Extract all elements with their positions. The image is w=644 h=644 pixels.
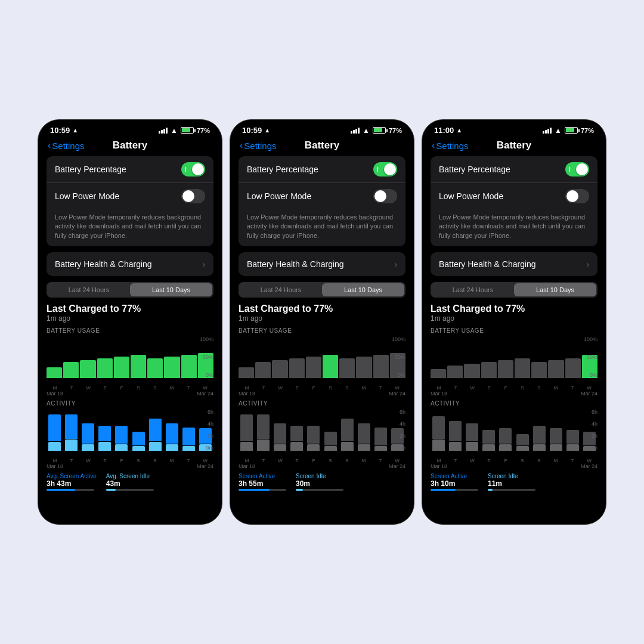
segment-10d[interactable]: Last 10 Days	[514, 283, 596, 296]
active-bar-7	[550, 428, 562, 444]
battery-chart-label: BATTERY USAGE	[239, 327, 405, 334]
signal-bar-4	[358, 128, 360, 134]
battery-bar-7	[164, 357, 179, 378]
battery-bar-6	[339, 358, 355, 378]
toggle-knob	[576, 163, 588, 175]
legend-bar-track-active	[239, 489, 286, 491]
act-x-7: M	[547, 458, 564, 463]
location-icon: ▲	[264, 127, 270, 134]
low-power-toggle[interactable]	[565, 189, 589, 203]
signal-bar-3	[355, 129, 357, 134]
chevron-left-icon: ‹	[432, 140, 435, 151]
back-label[interactable]: Settings	[52, 141, 84, 151]
segment-24h[interactable]: Last 24 Hours	[432, 283, 514, 296]
battery-percentage-toggle[interactable]: I	[373, 162, 397, 177]
segment-control[interactable]: Last 24 Hours Last 10 Days	[431, 282, 597, 298]
battery-fill	[374, 128, 382, 132]
phone-2: 10:59 ▲ ▲ 77% ‹ Settings Battery Battery…	[230, 119, 414, 525]
low-power-row[interactable]: Low Power Mode	[47, 183, 213, 209]
legend-bar-fill-idle	[106, 489, 116, 491]
segment-control[interactable]: Last 24 Hours Last 10 Days	[47, 282, 213, 298]
battery-percentage-row[interactable]: Battery Percentage I	[431, 156, 597, 183]
segment-10d[interactable]: Last 10 Days	[322, 283, 404, 296]
act-x-3: T	[481, 458, 497, 463]
battery-bar-5	[323, 355, 338, 378]
page-title: Battery	[305, 140, 340, 151]
back-button[interactable]: ‹ Settings	[240, 140, 277, 151]
chevron-left-icon: ‹	[48, 140, 51, 151]
act-y-4h: 4h	[398, 421, 405, 427]
charge-title: Last Charged to 77%	[431, 304, 597, 314]
y-50: 50%	[200, 354, 213, 360]
activity-bar-group-4	[498, 428, 513, 451]
battery-percentage-label: Battery Percentage	[55, 165, 126, 174]
battery-bar-5	[131, 355, 146, 378]
active-bar-2	[82, 423, 94, 444]
low-power-row[interactable]: Low Power Mode	[431, 183, 597, 209]
signal-bar-2	[353, 130, 355, 134]
battery-health-row[interactable]: Battery Health & Charging ›	[239, 252, 405, 276]
legend-value-active: 3h 10m	[431, 479, 478, 488]
segment-control[interactable]: Last 24 Hours Last 10 Days	[239, 282, 405, 298]
segment-24h[interactable]: Last 24 Hours	[240, 283, 322, 296]
y-100: 100%	[200, 336, 213, 342]
active-bar-8	[374, 428, 387, 445]
idle-bar-7	[358, 444, 370, 451]
legend-bar-track-active	[47, 489, 94, 491]
legend-bar-track-idle	[296, 489, 343, 491]
segment-10d[interactable]: Last 10 Days	[130, 283, 212, 296]
x-day-1: T	[255, 385, 272, 391]
activity-legend: Avg. Screen Active 3h 43m Avg. Screen Id…	[47, 473, 213, 491]
charge-info: Last Charged to 77% 1m ago	[431, 304, 597, 323]
back-button[interactable]: ‹ Settings	[48, 140, 85, 151]
active-bar-3	[290, 426, 303, 441]
act-x-1: T	[63, 458, 80, 463]
legend-value-idle: 43m	[106, 479, 154, 488]
x-day-3: T	[481, 385, 497, 391]
back-label[interactable]: Settings	[436, 141, 468, 151]
settings-group: Battery Percentage I Low Power Mode Low …	[239, 156, 405, 246]
active-bar-4	[115, 426, 128, 444]
act-date-start: Mar 18	[239, 463, 255, 469]
back-label[interactable]: Settings	[244, 141, 276, 151]
battery-percentage-row[interactable]: Battery Percentage I	[239, 156, 405, 183]
battery-health-row[interactable]: Battery Health & Charging ›	[47, 252, 213, 276]
battery-bar-2	[272, 360, 287, 378]
activity-x-labels: MTWTFSSMTW	[239, 457, 405, 463]
low-power-row[interactable]: Low Power Mode	[239, 183, 405, 209]
activity-chart-label: ACTIVITY	[47, 400, 213, 407]
idle-bar-7	[166, 444, 178, 451]
battery-percentage-toggle[interactable]: I	[181, 162, 205, 177]
act-x-6: S	[531, 458, 547, 463]
battery-percentage-toggle[interactable]: I	[565, 162, 589, 177]
battery-fill	[566, 128, 574, 132]
time-label: 10:59	[50, 126, 70, 135]
act-x-0: M	[239, 458, 255, 463]
battery-bar-group-3	[97, 358, 113, 378]
date-end: Mar 24	[197, 391, 213, 397]
activity-bar-group-5	[515, 434, 530, 451]
battery-bar-group-5	[515, 358, 530, 378]
battery-bar-group-0	[431, 369, 446, 378]
idle-bar-0	[240, 442, 253, 451]
activity-bar-group-0	[47, 414, 62, 451]
legend-item-idle: Avg. Screen Idle 43m	[106, 473, 154, 491]
legend-label-active: Avg. Screen Active	[47, 473, 97, 479]
act-x-0: M	[431, 458, 447, 463]
battery-health-row[interactable]: Battery Health & Charging ›	[431, 252, 597, 276]
x-day-2: W	[464, 385, 481, 391]
battery-bar-8	[565, 358, 581, 378]
activity-bars	[431, 409, 597, 451]
low-power-note: Low Power Mode temporarily reduces backg…	[239, 209, 405, 246]
legend-item-idle: Screen Idle 11m	[488, 473, 535, 491]
segment-24h[interactable]: Last 24 Hours	[48, 283, 130, 296]
settings-group: Battery Percentage I Low Power Mode Low …	[431, 156, 597, 246]
battery-percentage-row[interactable]: Battery Percentage I	[47, 156, 213, 183]
low-power-toggle[interactable]	[373, 189, 397, 203]
back-button[interactable]: ‹ Settings	[432, 140, 469, 151]
battery-chart-section: BATTERY USAGE 100% 50% 0% MTWTFSSMTW Mar…	[431, 327, 597, 397]
low-power-toggle[interactable]	[181, 189, 205, 203]
legend-item-idle: Screen Idle 30m	[296, 473, 343, 491]
signal-bar-1	[159, 131, 160, 134]
charge-info: Last Charged to 77% 1m ago	[47, 304, 213, 323]
